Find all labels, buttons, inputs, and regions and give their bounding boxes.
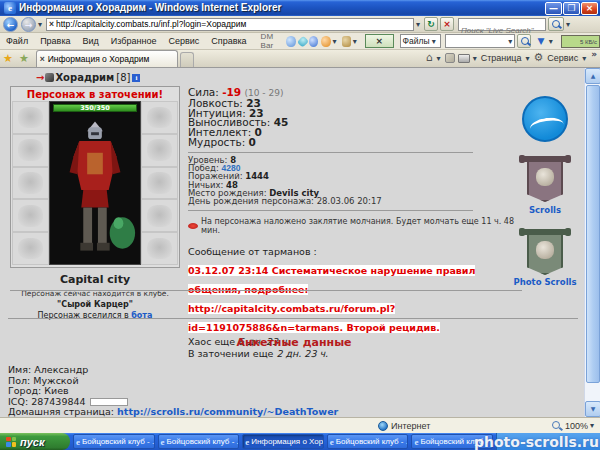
- overflow-chevron-icon[interactable]: »: [588, 49, 600, 59]
- menu-file[interactable]: Файл: [0, 33, 34, 49]
- speed-indicator: 5 КБ/с: [561, 35, 600, 48]
- favorites-star-icon[interactable]: ★: [0, 51, 16, 67]
- character-panel: Персонаж в заточении! 350/350: [10, 86, 180, 268]
- site-favicon: ×: [49, 18, 54, 30]
- start-button[interactable]: пуск: [0, 433, 70, 450]
- home-icon[interactable]: ⌂: [424, 50, 435, 66]
- download-arrow-icon[interactable]: ▼: [535, 35, 547, 48]
- print-dropdown-icon[interactable]: ▾: [471, 51, 479, 66]
- orb-icon[interactable]: [321, 36, 330, 47]
- address-bar: ×: [46, 18, 414, 31]
- record-value: 4280: [222, 163, 241, 173]
- taskbar-task-1[interactable]: eБойцовский клуб - ...: [73, 434, 155, 449]
- globe-icon[interactable]: [309, 36, 318, 47]
- boots-slot[interactable]: [141, 232, 178, 265]
- shield-slot[interactable]: [141, 167, 178, 200]
- menu-favorites[interactable]: Избранное: [105, 33, 163, 49]
- new-tab-stub[interactable]: [180, 52, 194, 67]
- page-menu-button[interactable]: Страница: [479, 53, 524, 63]
- chat-bubble-icon[interactable]: [286, 36, 295, 47]
- menu-bar: Файл Правка Вид Избранное Сервис Справка…: [0, 33, 600, 50]
- page-dropdown-icon[interactable]: ▾: [523, 51, 531, 66]
- record-wins: Побед: 4280: [188, 164, 520, 172]
- orb-dropdown-icon[interactable]: ▾: [331, 34, 339, 49]
- toolbar-search-icon[interactable]: [517, 34, 531, 48]
- character-location: Capital city Персонаж сейчас находится в…: [10, 273, 180, 320]
- necklace-slot[interactable]: [141, 101, 178, 134]
- address-dropdown-icon[interactable]: ▾: [414, 17, 422, 32]
- search-dropdown-icon[interactable]: ▾: [564, 17, 572, 32]
- feeds-icon[interactable]: [445, 53, 455, 63]
- gem-icon[interactable]: [296, 35, 308, 47]
- divider: [10, 290, 522, 291]
- scrolls-link[interactable]: Scrolls: [512, 205, 578, 215]
- divider: [188, 152, 473, 153]
- gear-icon[interactable]: ⚙: [531, 50, 545, 66]
- gloves-slot[interactable]: [141, 134, 178, 167]
- photo-scrolls-badge-icon[interactable]: [522, 229, 568, 275]
- add-favorite-icon[interactable]: ★: [16, 51, 32, 67]
- bag-dropdown-icon[interactable]: ▾: [351, 34, 359, 49]
- club-name: "Сырой Карцер": [10, 300, 180, 309]
- icq-status-box[interactable]: [90, 398, 128, 406]
- close-button[interactable]: ×: [581, 2, 598, 15]
- zoom-dropdown-icon[interactable]: ▾: [588, 418, 596, 433]
- blue-wave-logo-icon[interactable]: [522, 96, 568, 142]
- scroll-up-icon[interactable]: ▲: [585, 68, 600, 84]
- home-dropdown-icon[interactable]: ▾: [435, 51, 443, 66]
- print-icon[interactable]: [458, 54, 470, 63]
- refresh-button[interactable]: ↻: [424, 17, 438, 31]
- menu-tools[interactable]: Сервис: [162, 33, 205, 49]
- equipment-left-column: [12, 101, 49, 265]
- scrolls-badge-icon[interactable]: [522, 156, 568, 202]
- address-input[interactable]: [56, 19, 411, 29]
- search-icon[interactable]: [548, 17, 564, 31]
- status-bar: Интернет 100% ▾: [0, 417, 600, 433]
- files-dropdown[interactable]: Файлы ▾: [400, 34, 441, 48]
- ring-slot[interactable]: [12, 232, 49, 265]
- history-dropdown-icon[interactable]: ▾: [36, 17, 44, 32]
- taskbar-task-active[interactable]: eИнформация о Хор...: [242, 434, 324, 449]
- start-label: пуск: [20, 436, 45, 448]
- homepage-link[interactable]: http://scrolls.ru/community/~DeathTower: [117, 406, 338, 417]
- window-title: Информация о Хорадрим - Windows Internet…: [19, 0, 544, 16]
- service-menu-button[interactable]: Сервис: [545, 53, 580, 63]
- right-badge-column: Scrolls Photo Scrolls: [512, 96, 578, 287]
- hp-bar: 350/350: [53, 104, 137, 112]
- page-scrollbar[interactable]: ▲ ▼: [584, 68, 600, 417]
- taskbar-task-4[interactable]: eБойцовский клуб - ...: [327, 434, 409, 449]
- search-box: [458, 18, 546, 31]
- maximize-button[interactable]: ❐: [563, 2, 580, 15]
- menu-help[interactable]: Справка: [205, 33, 252, 49]
- scrollbar-thumb[interactable]: [586, 85, 600, 383]
- profile-value: Мужской: [33, 375, 78, 386]
- legs-slot[interactable]: [141, 199, 178, 232]
- menu-view[interactable]: Вид: [77, 33, 105, 49]
- photo-scrolls-link[interactable]: Photo Scrolls: [512, 277, 578, 287]
- scroll-down-icon[interactable]: ▼: [585, 401, 600, 417]
- record-label: День рождения персонажа:: [188, 196, 314, 206]
- armor-slot[interactable]: [12, 199, 49, 232]
- character-portrait: 350/350: [49, 101, 141, 265]
- download-dropdown-icon[interactable]: ▾: [547, 34, 555, 49]
- service-dropdown-icon[interactable]: ▾: [580, 51, 588, 66]
- toolbar-x-button[interactable]: ×: [365, 34, 394, 48]
- tab-active[interactable]: × Информация о Хорадрим: [36, 50, 178, 67]
- info-icon[interactable]: i: [132, 74, 140, 82]
- ie-task-icon: e: [414, 437, 418, 447]
- helmet-slot[interactable]: [12, 101, 49, 134]
- bracers-slot[interactable]: [12, 134, 49, 167]
- stop-button[interactable]: ×: [440, 17, 454, 31]
- equipment-right-column: [141, 101, 178, 265]
- menu-edit[interactable]: Правка: [34, 33, 76, 49]
- back-button[interactable]: ←: [3, 17, 18, 32]
- moneybag-icon[interactable]: [342, 36, 351, 47]
- zoom-control[interactable]: 100% ▾: [551, 418, 600, 433]
- weapon-slot[interactable]: [12, 167, 49, 200]
- toolbar-combobox[interactable]: ▾: [445, 34, 516, 48]
- minimize-button[interactable]: —: [545, 2, 562, 15]
- forward-button[interactable]: →: [21, 17, 36, 32]
- silence-lips-icon: [188, 223, 198, 229]
- taskbar-task-2[interactable]: eБойцовский клуб - ...: [158, 434, 240, 449]
- dm-bar-label: DM Bar: [261, 32, 284, 50]
